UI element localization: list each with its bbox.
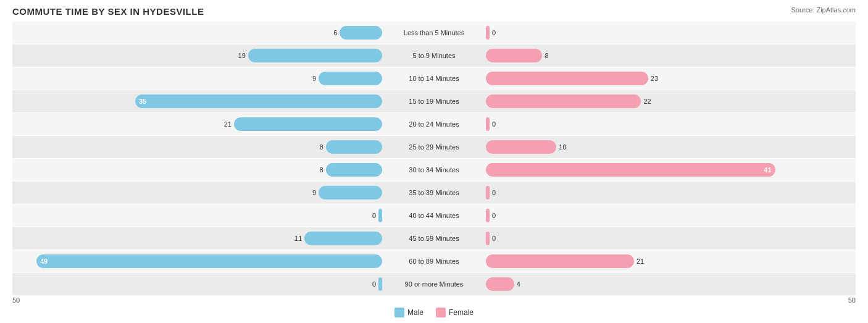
bar-row: 35 15 to 19 Minutes 22 [12, 90, 856, 112]
row-label: Less than 5 Minutes [385, 29, 483, 36]
left-section: 8 [12, 136, 385, 158]
right-section: 10 [483, 136, 856, 158]
male-value: 6 [333, 29, 337, 36]
left-section: 9 [12, 67, 385, 90]
female-bar [486, 117, 490, 131]
bar-row: 21 20 to 24 Minutes 0 [12, 113, 856, 135]
bar-row: 9 35 to 39 Minutes 0 [12, 182, 856, 204]
male-bar [248, 49, 382, 62]
right-section: 0 [483, 22, 856, 44]
bar-row: 19 5 to 9 Minutes 8 [12, 44, 856, 67]
female-value: 22 [643, 98, 651, 105]
legend: Male Female [12, 308, 856, 317]
left-section: 9 [12, 182, 385, 204]
female-bar [486, 209, 490, 222]
female-value: 41 [764, 166, 771, 174]
right-section: 21 [483, 250, 856, 272]
row-label: 40 to 44 Minutes [385, 212, 483, 219]
source-label: Source: ZipAtlas.com [791, 6, 856, 14]
bar-row: 11 45 to 59 Minutes 0 [12, 227, 856, 250]
legend-female-box [436, 308, 446, 317]
male-value: 8 [319, 143, 323, 151]
left-section: 0 [12, 273, 385, 295]
row-label: 30 to 34 Minutes [385, 166, 483, 174]
bar-row: 8 25 to 29 Minutes 10 [12, 136, 856, 158]
right-section: 0 [483, 113, 856, 135]
female-value: 23 [651, 75, 658, 82]
female-value: 0 [492, 212, 496, 219]
right-section: 23 [483, 67, 856, 90]
bar-row: 9 10 to 14 Minutes 23 [12, 67, 856, 90]
right-section: 41 [483, 159, 856, 181]
female-bar [486, 72, 648, 85]
row-label: 5 to 9 Minutes [385, 52, 483, 59]
female-value: 21 [636, 258, 644, 265]
female-value: 0 [492, 189, 496, 196]
left-section: 8 [12, 159, 385, 181]
male-bar [304, 232, 382, 245]
female-bar [486, 140, 556, 154]
left-section: 49 [12, 250, 385, 272]
female-value: 0 [492, 120, 496, 128]
female-value: 4 [517, 280, 520, 288]
male-value: 21 [224, 120, 232, 128]
female-bar [486, 186, 490, 199]
left-section: 0 [12, 204, 385, 227]
male-bar [319, 186, 382, 199]
male-value: 8 [319, 166, 323, 174]
female-bar [486, 277, 514, 291]
bar-row: 6 Less than 5 Minutes 0 [12, 22, 856, 44]
axis-left: 50 [12, 296, 20, 304]
right-section: 22 [483, 90, 856, 112]
female-value: 8 [545, 52, 548, 59]
right-section: 4 [483, 273, 856, 295]
bar-row: 49 60 to 89 Minutes 21 [12, 250, 856, 272]
right-section: 8 [483, 44, 856, 67]
male-bar [326, 163, 382, 177]
legend-female-label: Female [449, 308, 474, 317]
male-value: 9 [312, 189, 316, 196]
left-section: 6 [12, 22, 385, 44]
row-label: 35 to 39 Minutes [385, 189, 483, 196]
male-bar [326, 140, 382, 154]
female-bar [486, 49, 542, 62]
chart-area: 6 Less than 5 Minutes 0 19 5 to 9 Minute… [12, 22, 856, 295]
left-section: 19 [12, 44, 385, 67]
female-bar [486, 232, 490, 245]
axis-right: 50 [848, 296, 856, 304]
chart-title: COMMUTE TIME BY SEX IN HYDESVILLE [12, 6, 856, 17]
male-value: 49 [40, 258, 48, 265]
bar-row: 8 30 to 34 Minutes 41 [12, 159, 856, 181]
male-value: 9 [312, 75, 316, 82]
male-value: 35 [139, 98, 146, 105]
bar-row: 0 40 to 44 Minutes 0 [12, 204, 856, 227]
female-bar [486, 26, 490, 40]
male-value: 19 [238, 52, 246, 59]
row-label: 60 to 89 Minutes [385, 258, 483, 265]
row-label: 90 or more Minutes [385, 280, 483, 288]
right-section: 0 [483, 204, 856, 227]
male-value: 11 [294, 235, 302, 242]
left-section: 21 [12, 113, 385, 135]
male-bar [319, 72, 382, 85]
female-value: 10 [559, 143, 566, 151]
chart-container: COMMUTE TIME BY SEX IN HYDESVILLE Source… [0, 0, 868, 323]
female-bar [486, 94, 641, 108]
legend-male-box [394, 308, 404, 317]
axis-labels: 50 50 [12, 296, 856, 304]
row-label: 15 to 19 Minutes [385, 98, 483, 105]
female-value: 0 [492, 235, 496, 242]
row-label: 25 to 29 Minutes [385, 143, 483, 151]
left-section: 35 [12, 90, 385, 112]
row-label: 10 to 14 Minutes [385, 75, 483, 82]
legend-male-label: Male [407, 308, 424, 317]
right-section: 0 [483, 182, 856, 204]
male-bar [378, 209, 382, 222]
female-bar: 41 [486, 163, 775, 177]
male-bar: 49 [36, 254, 382, 268]
female-bar [486, 254, 634, 268]
male-value: 0 [372, 212, 376, 219]
legend-female: Female [436, 308, 474, 317]
female-value: 0 [492, 29, 496, 36]
legend-male: Male [394, 308, 424, 317]
